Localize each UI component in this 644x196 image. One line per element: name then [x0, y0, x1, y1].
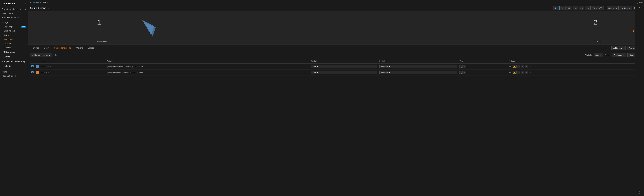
help-label: Help	[638, 192, 642, 194]
graph-canvas: 1 2 uncached cached	[28, 11, 644, 44]
row2-details-cell: gitmetrix • cached • service: gitmetrix …	[106, 70, 310, 76]
time-1w-button[interactable]: 1w	[585, 6, 591, 10]
row1-yaxis-left-icon[interactable]: ◁	[460, 65, 462, 68]
time-controls: 1h 3h 12h 1d 3d 1w Custom ☰ Number ▾ Act…	[553, 6, 642, 10]
sidebar-item-dashboards[interactable]: Dashboards	[0, 11, 28, 15]
sidebar-item-log-groups[interactable]: Log groups New	[0, 25, 28, 29]
actions-dropdown[interactable]: Actions ▾	[619, 6, 632, 10]
row2-color-swatch	[36, 71, 39, 74]
sidebar-item-logs[interactable]: ▾ Logs	[0, 20, 28, 25]
tab-browse[interactable]: Browse	[30, 45, 42, 51]
row2-delete-icon[interactable]: ✕	[529, 71, 532, 74]
row1-statistic-cell: Sum ▾	[310, 64, 378, 70]
row2-alert-icon[interactable]: 🔔	[512, 71, 516, 74]
period-select[interactable]: 5 minutes ▾	[612, 53, 626, 57]
row1-yaxis-right-icon[interactable]: ▷	[463, 65, 466, 68]
row1-yaxis-cell: ◁ ▷	[458, 64, 508, 70]
sidebar-item-favorites[interactable]: Favorites and recents ›	[0, 7, 28, 11]
number-dropdown[interactable]: Number ▾	[607, 6, 618, 10]
row2-checkbox-cell	[30, 70, 35, 76]
table-row: uncached ✎ gitmetrix • uncached • servic…	[30, 64, 642, 70]
statistic-select[interactable]: Sum ▾	[594, 53, 603, 57]
row2-yaxis-left-icon[interactable]: ◁	[460, 71, 462, 74]
tab-options[interactable]: Options	[74, 45, 86, 51]
row2-yaxis-cell: ◁ ▷	[458, 70, 508, 76]
tab-source[interactable]: Source	[86, 45, 96, 51]
right-panel: Queries ? Help	[635, 0, 644, 196]
row2-statistic-cell: Sum ▾	[310, 70, 378, 76]
table-header-row: Label Details Statistic Period Y axis Ac…	[30, 59, 642, 64]
legend-cached-dot	[596, 41, 598, 42]
time-1h-button[interactable]: 1h	[553, 6, 559, 10]
row1-up-icon[interactable]: ⇑	[521, 65, 524, 68]
sidebar-item-all-metrics[interactable]: All metrics	[0, 38, 28, 42]
custom-time-button[interactable]: Custom ☰	[591, 6, 604, 10]
cached-point	[633, 31, 634, 32]
row2-checkbox[interactable]	[32, 71, 34, 73]
statistic-label: Statistic:	[585, 54, 592, 56]
sidebar-item-streams[interactable]: Streams	[0, 46, 28, 50]
help-panel-item[interactable]: ? Help	[638, 189, 642, 194]
breadcrumb: CloudWatch › Metrics	[28, 0, 644, 5]
row1-graph-icon[interactable]: 〰	[509, 65, 512, 68]
tabs-bar: Browse Query Graphed metrics (2) Options…	[28, 45, 644, 51]
row1-checkbox-cell	[30, 64, 35, 70]
row1-label-cell: uncached ✎	[40, 64, 106, 70]
row2-copy-icon[interactable]: ⧉	[517, 71, 520, 74]
row2-label-cell: cached ✎	[40, 70, 106, 76]
time-3d-button[interactable]: 3d	[579, 6, 584, 10]
col-actions: Actions	[508, 59, 642, 64]
sidebar-close-button[interactable]: ×	[24, 2, 26, 5]
chevron-down-icon: ▾	[389, 72, 390, 74]
row2-edit-icon[interactable]: ✎	[48, 72, 49, 74]
edit-title-icon[interactable]: ✎	[48, 7, 49, 9]
row2-graph-icon[interactable]: 〰	[509, 71, 512, 74]
row1-details-cell: gitmetrix • uncached • service: gitmetri…	[106, 64, 310, 70]
row1-alert-icon[interactable]: 🔔	[512, 65, 516, 68]
row1-copy-icon[interactable]: ⧉	[517, 65, 520, 68]
sidebar-item-getting-started[interactable]: Getting Started	[0, 74, 28, 78]
metrics-toolbar-left: Add dynamic label ▾ Info	[30, 53, 57, 57]
sidebar-item-app-monitoring[interactable]: ▸ Application monitoring	[0, 59, 28, 64]
custom-label: Custom	[593, 7, 600, 9]
row2-yaxis-right-icon[interactable]: ▷	[463, 71, 466, 74]
row1-statistic-dropdown[interactable]: Sum ▾	[311, 65, 377, 68]
row1-delete-icon[interactable]: ✕	[529, 65, 532, 68]
sidebar-item-insights[interactable]: ▸ Insights	[0, 64, 28, 68]
row2-statistic-dropdown[interactable]: Sum ▾	[311, 71, 377, 74]
breadcrumb-parent[interactable]: CloudWatch	[30, 1, 41, 4]
tabs-left: Browse Query Graphed metrics (2) Options…	[30, 45, 96, 51]
row1-period-dropdown[interactable]: 5 minutes ▾	[380, 65, 457, 68]
sidebar-item-explorer[interactable]: Explorer	[0, 42, 28, 46]
row2-up-icon[interactable]: ⇑	[521, 71, 524, 74]
add-math-button[interactable]: Add math ▾	[611, 46, 626, 50]
time-1d-button[interactable]: 1d	[573, 6, 578, 10]
queries-label: Queries	[637, 2, 643, 4]
calendar-icon: ☰	[600, 7, 602, 9]
info-link[interactable]: Info	[54, 54, 57, 56]
chevron-down-icon: ▾	[49, 54, 50, 56]
sidebar-item-metrics[interactable]: ▾ Metrics	[0, 33, 28, 38]
sidebar-item-settings[interactable]: Settings	[0, 70, 28, 74]
sidebar-item-alarms[interactable]: ▾ Alarms ⚠0 ✓0 ○0	[0, 15, 28, 20]
time-3h-button[interactable]: 3h	[560, 6, 565, 10]
row2-down-icon[interactable]: ⇓	[525, 71, 528, 74]
tab-graphed-metrics[interactable]: Graphed metrics (2)	[52, 45, 74, 51]
queries-panel-item[interactable]: Queries	[637, 2, 643, 4]
time-12h-button[interactable]: 12h	[566, 6, 572, 10]
add-dynamic-label-button[interactable]: Add dynamic label ▾	[30, 53, 52, 57]
arrow-icon: ▸	[2, 65, 2, 67]
sidebar-item-events[interactable]: ▸ Events	[0, 54, 28, 59]
row1-down-icon[interactable]: ⇓	[525, 65, 528, 68]
legend-cached: cached	[596, 41, 605, 43]
sidebar-item-logs-insights[interactable]: Logs Insights	[0, 29, 28, 33]
row1-checkbox[interactable]	[32, 65, 34, 67]
chevron-down-icon: ▾	[389, 66, 390, 68]
metrics-toolbar: Add dynamic label ▾ Info Statistic: Sum …	[30, 53, 642, 57]
row1-edit-icon[interactable]: ✎	[50, 66, 51, 67]
notification-dot	[639, 7, 640, 8]
sidebar-item-xray[interactable]: ▸ X-Ray traces	[0, 50, 28, 54]
breadcrumb-separator: ›	[42, 1, 42, 4]
tab-query[interactable]: Query	[42, 45, 52, 51]
row2-period-dropdown[interactable]: 5 minutes ▾	[380, 71, 457, 74]
